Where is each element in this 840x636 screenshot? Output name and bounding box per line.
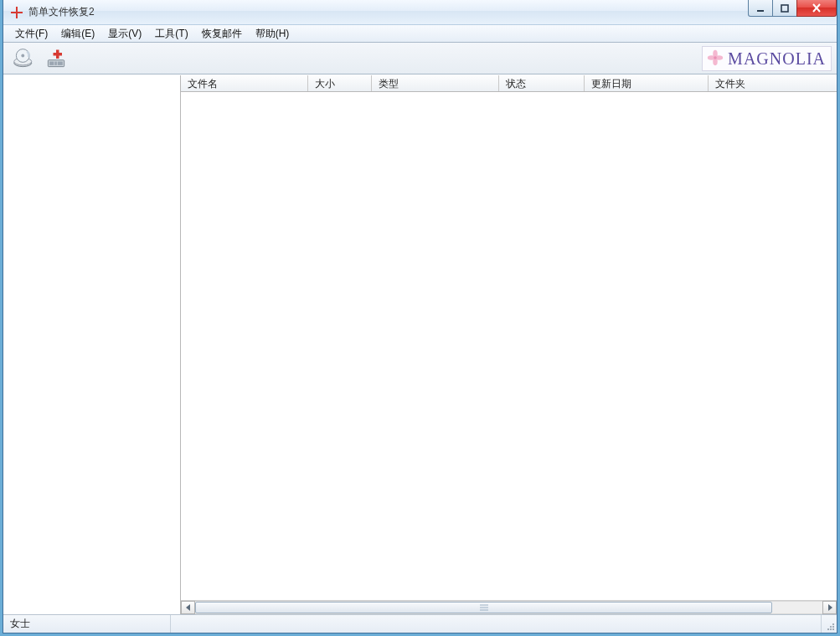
svg-point-21 bbox=[714, 56, 717, 59]
svg-point-22 bbox=[832, 628, 834, 630]
menu-tools[interactable]: 工具(T) bbox=[148, 25, 194, 43]
menu-file[interactable]: 文件(F) bbox=[8, 25, 54, 43]
tree-pane[interactable] bbox=[3, 75, 181, 614]
resize-grip-icon[interactable] bbox=[822, 615, 837, 633]
app-icon bbox=[10, 6, 23, 19]
menubar: 文件(F) 编辑(E) 显示(V) 工具(T) 恢复邮件 帮助(H) bbox=[3, 25, 837, 43]
svg-rect-3 bbox=[781, 5, 788, 12]
scrollbar-thumb[interactable] bbox=[195, 602, 772, 613]
svg-point-25 bbox=[827, 628, 829, 630]
brand-text: MAGNOLIA bbox=[728, 49, 826, 69]
menu-view[interactable]: 显示(V) bbox=[101, 25, 148, 43]
scan-disk-button[interactable] bbox=[10, 44, 39, 73]
column-header-type[interactable]: 类型 bbox=[372, 75, 499, 91]
brand-badge[interactable]: MAGNOLIA bbox=[702, 46, 832, 71]
status-text: 女士 bbox=[3, 615, 171, 633]
column-headers: 文件名 大小 类型 状态 更新日期 文件夹 bbox=[181, 75, 837, 92]
column-header-status[interactable]: 状态 bbox=[499, 75, 585, 91]
svg-point-26 bbox=[830, 626, 832, 628]
scrollbar-track[interactable] bbox=[195, 601, 822, 614]
svg-rect-11 bbox=[49, 61, 54, 64]
list-body[interactable] bbox=[181, 92, 837, 600]
svg-rect-12 bbox=[54, 61, 57, 64]
minimize-button[interactable] bbox=[748, 0, 773, 17]
menu-recover[interactable]: 恢复邮件 bbox=[195, 25, 249, 43]
close-button[interactable] bbox=[796, 0, 837, 17]
main-area: 文件名 大小 类型 状态 更新日期 文件夹 bbox=[3, 74, 837, 614]
window-controls bbox=[749, 0, 837, 17]
svg-point-24 bbox=[832, 626, 834, 628]
svg-rect-2 bbox=[757, 10, 764, 12]
titlebar: 简单文件恢复2 bbox=[3, 0, 837, 25]
menu-help[interactable]: 帮助(H) bbox=[249, 25, 296, 43]
column-header-date[interactable]: 更新日期 bbox=[585, 75, 709, 91]
scroll-right-arrow-icon[interactable] bbox=[822, 601, 837, 614]
svg-rect-13 bbox=[58, 61, 63, 64]
svg-point-23 bbox=[830, 628, 832, 630]
svg-rect-15 bbox=[54, 53, 63, 56]
svg-rect-1 bbox=[11, 12, 23, 13]
app-window: 简单文件恢复2 文件(F) 编辑(E) 显示(V) 工具(T) 恢复邮件 帮助(… bbox=[3, 0, 837, 633]
statusbar: 女士 bbox=[3, 614, 837, 633]
maximize-button[interactable] bbox=[772, 0, 797, 17]
horizontal-scrollbar[interactable] bbox=[181, 600, 837, 614]
column-header-size[interactable]: 大小 bbox=[308, 75, 372, 91]
status-spacer bbox=[171, 615, 822, 633]
list-pane: 文件名 大小 类型 状态 更新日期 文件夹 bbox=[181, 75, 837, 614]
svg-point-9 bbox=[21, 54, 24, 57]
menu-edit[interactable]: 编辑(E) bbox=[54, 25, 101, 43]
magnolia-flower-icon bbox=[706, 49, 728, 69]
svg-point-27 bbox=[832, 623, 834, 625]
toolbar: MAGNOLIA bbox=[3, 43, 837, 74]
column-header-name[interactable]: 文件名 bbox=[181, 75, 308, 91]
column-header-folder[interactable]: 文件夹 bbox=[709, 75, 837, 91]
scroll-left-arrow-icon[interactable] bbox=[181, 601, 195, 614]
recover-button[interactable] bbox=[42, 44, 70, 73]
window-title: 简单文件恢复2 bbox=[28, 5, 95, 19]
